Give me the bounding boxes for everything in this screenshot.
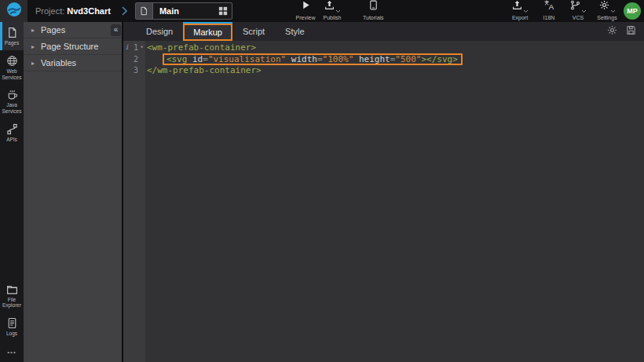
code-editor[interactable]: i1▾<wm-prefab-container>2 <svg id="visua… [123,41,644,362]
wavemaker-ide: Project:Nvd3Chart Main Preview Publish T… [0,0,644,362]
logo-icon [6,2,22,20]
settings-button[interactable]: Settings [597,0,617,22]
triangle-right-icon: ▸ [31,60,35,67]
tab-style[interactable]: Style [275,22,314,41]
tab-script[interactable]: Script [232,22,275,41]
save-icon [626,24,636,38]
gutter-cell: 3 [123,65,145,75]
info-marker-icon: i [126,42,128,53]
caret-down-icon [610,9,616,13]
tab-markup[interactable]: Markup [183,22,232,41]
toolbar-center: Preview Publish [295,0,342,22]
more-menu-button[interactable]: ••• [0,341,24,362]
caret-down-icon [335,9,341,13]
icon-rail: Pages Web Services Java Services APIs Fi… [0,22,24,362]
i18n-label: I18N [543,15,555,20]
gutter-cell: 2 [123,53,145,65]
sidebar-item-label: Java Services [1,102,23,115]
folder-icon [6,283,18,295]
code-text[interactable]: </wm-prefab-container> [145,65,262,75]
editor-tabbar: DesignMarkupScriptStyle [123,22,644,41]
code-lines: i1▾<wm-prefab-container>2 <svg id="visua… [123,41,644,75]
export-label: Export [512,15,528,20]
markup-settings-button[interactable] [607,24,617,38]
code-line[interactable]: 3</wm-prefab-container> [123,65,644,75]
panel-section-variables[interactable]: ▸ Variables [24,55,122,71]
sidebar-item-web-services[interactable]: Web Services [0,50,24,85]
gutter-cell: i1▾ [123,42,145,53]
line-number: 1 [128,42,138,53]
icon-rail-bottom: File Explorer Logs [0,279,24,341]
publish-button[interactable]: Publish [322,0,342,22]
preview-label: Preview [296,15,316,20]
coffee-icon [6,89,18,101]
sidebar-item-file-explorer[interactable]: File Explorer [0,279,24,313]
svg-text:A: A [549,2,554,10]
toolbar-tutorials: Tutorials [363,0,384,22]
tutorials-button[interactable]: Tutorials [363,0,384,22]
wavemaker-logo[interactable] [0,0,27,22]
panel-section-label: Pages [41,25,65,35]
page-doc-icon [136,3,153,19]
icon-rail-top: Pages Web Services Java Services APIs [0,22,24,147]
sidebar-item-apis[interactable]: APIs [0,119,24,147]
sidebar-item-logs[interactable]: Logs [0,313,24,341]
publish-label: Publish [324,15,342,20]
sidebar-item-label: File Explorer [1,297,23,309]
caret-down-icon [581,9,587,13]
sidebar-item-label: Logs [1,331,23,337]
export-button[interactable]: Export [510,0,530,22]
caret-down-icon [523,9,529,13]
grid-icon[interactable] [218,6,228,16]
line-number: 2 [128,54,138,64]
page-icon [6,27,18,38]
editor-gutter [123,41,145,362]
sidebar-item-pages[interactable]: Pages [0,22,24,50]
panel-section-label: Page Structure [41,42,98,51]
tutorials-label: Tutorials [363,15,384,20]
annotation-highlight-box: <svg id="visualisation" width="100%" hei… [163,53,463,65]
export-icon [512,0,522,13]
editor-tabs: DesignMarkupScriptStyle [136,22,315,41]
project-label: Project: [35,6,64,16]
play-icon [301,0,311,13]
topbar: Project:Nvd3Chart Main Preview Publish T… [0,0,644,22]
chevron-right-icon [122,6,127,16]
collapse-panel-button[interactable]: « [111,24,121,36]
fold-arrow-icon[interactable]: ▾ [138,42,145,53]
sidebar-item-label: Web Services [1,68,23,81]
code-line[interactable]: i1▾<wm-prefab-container> [123,42,644,53]
project-name: Nvd3Chart [67,6,111,16]
settings-icon [599,0,609,13]
editor-area: DesignMarkupScriptStyle i1▾<wm-prefab-co… [123,22,644,362]
avatar[interactable]: MP [624,2,641,20]
i18n-button[interactable]: A I18N [539,0,559,22]
triangle-right-icon: ▸ [31,43,35,50]
gear-icon [607,24,617,38]
code-text[interactable]: <svg id="visualisation" width="100%" hei… [145,53,463,65]
api-icon [6,123,18,135]
panel-section-pages[interactable]: ▸ Pages « [24,22,122,38]
project-title: Project:Nvd3Chart [35,6,111,16]
editor-actions [607,22,644,41]
sidebar-item-java-services[interactable]: Java Services [0,84,24,119]
preview-button[interactable]: Preview [295,0,316,22]
panel-section-page-structure[interactable]: ▸ Page Structure [24,38,122,55]
code-text[interactable]: <wm-prefab-container> [145,42,256,53]
sidebar-item-label: APIs [1,137,23,143]
globe-icon [6,55,18,67]
code-line[interactable]: 2 <svg id="visualisation" width="100%" h… [123,53,644,65]
page-tab-main[interactable]: Main [135,2,232,20]
tab-design[interactable]: Design [136,22,183,41]
page-tab-label: Main [153,6,218,16]
line-number: 3 [128,65,138,75]
settings-label: Settings [597,15,617,20]
triangle-right-icon: ▸ [31,27,35,34]
pages-panel: ▸ Pages « ▸ Page Structure ▸ Variables [24,22,123,362]
save-button[interactable] [626,24,636,38]
vcs-icon [570,0,580,13]
tutorials-icon [368,0,379,13]
vcs-button[interactable]: VCS [568,0,588,22]
sidebar-item-label: Pages [1,40,23,46]
toolbar-right: Export A I18N VCS Settings [510,0,617,22]
